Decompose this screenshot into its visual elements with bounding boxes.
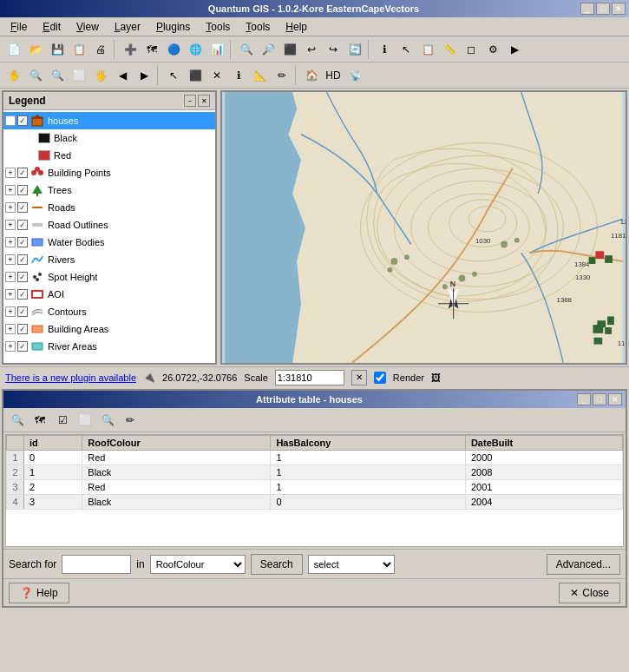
legend-layer-buildingpoints[interactable]: + Building Points <box>3 164 215 181</box>
help-button[interactable]: ❓ Help <box>9 583 69 603</box>
attr-search-button[interactable]: 🔍 <box>97 410 118 431</box>
annotations-button[interactable]: ✏ <box>272 65 292 86</box>
identify-button[interactable]: ℹ <box>374 39 395 60</box>
col-datebuilt[interactable]: DateBuilt <box>465 436 622 451</box>
table-row[interactable]: 2 1 Black 1 2008 <box>7 465 623 480</box>
zoom-in-button[interactable]: 🔍 <box>25 65 46 86</box>
pan-map-button[interactable]: 🖐 <box>90 65 111 86</box>
checkbox-rivers[interactable] <box>17 254 28 265</box>
column-select[interactable]: RoofColour HasBalcony DateBuilt id <box>150 555 246 574</box>
legend-layer-roadoutlines[interactable]: + Road Outlines <box>3 216 215 234</box>
measure-button[interactable]: 📏 <box>439 39 460 60</box>
identify2-button[interactable]: ℹ <box>228 65 249 86</box>
gps-button[interactable]: 📡 <box>344 65 365 86</box>
checkbox-aoi[interactable] <box>17 289 28 300</box>
add-postgis-button[interactable]: 🔵 <box>163 39 184 60</box>
attr-minimize-button[interactable]: _ <box>577 393 591 405</box>
expand-contours[interactable]: + <box>5 306 16 317</box>
add-wms-button[interactable]: 🌐 <box>185 39 206 60</box>
maximize-button[interactable]: □ <box>596 3 610 15</box>
attr-table-container[interactable]: id RoofColour HasBalcony DateBuilt 1 0 R… <box>5 434 624 547</box>
open-button[interactable]: 📂 <box>25 39 46 60</box>
attr-deselect-button[interactable]: ⬜ <box>75 410 95 431</box>
attr-maximize-button[interactable]: □ <box>593 393 606 405</box>
checkbox-spotheight[interactable] <box>17 272 28 282</box>
add-csv-button[interactable]: 📊 <box>206 39 227 60</box>
menu-file[interactable]: File <box>3 18 34 36</box>
close-button[interactable]: ✕ <box>612 3 626 15</box>
expand-rivers[interactable]: + <box>5 254 16 265</box>
checkbox-contours[interactable] <box>17 306 28 317</box>
result-select[interactable]: select <box>308 555 395 574</box>
checkbox-riverareas[interactable] <box>17 341 28 352</box>
checkbox-trees[interactable] <box>17 185 28 195</box>
select-rect-button[interactable]: ⬛ <box>185 65 206 86</box>
pan-button[interactable]: ✋ <box>3 65 24 86</box>
menu-plugins[interactable]: Plugins <box>149 18 197 36</box>
checkbox-roadoutlines[interactable] <box>17 220 28 230</box>
deselect-button[interactable]: ✕ <box>206 65 227 86</box>
legend-layer-buildingareas[interactable]: + Building Areas <box>3 320 215 338</box>
zoom-rect-button[interactable]: ⬜ <box>69 65 89 86</box>
zoom-fwd-button[interactable]: ▶ <box>134 65 154 86</box>
legend-collapse-button[interactable]: − <box>184 95 196 107</box>
attr-pan-button[interactable]: 🗺 <box>29 410 50 431</box>
expand-houses[interactable]: − <box>5 115 16 126</box>
expand-spotheight[interactable]: + <box>5 272 16 282</box>
checkbox-waterbodies[interactable] <box>17 237 28 247</box>
checkbox-buildingpoints[interactable] <box>17 168 28 178</box>
attr-edit-button[interactable]: ✏ <box>120 410 141 431</box>
expand-buildingareas[interactable]: + <box>5 324 16 334</box>
scale-input[interactable] <box>275 370 344 385</box>
col-id[interactable]: id <box>24 436 82 451</box>
checkbox-houses[interactable] <box>17 115 28 126</box>
plugin-link[interactable]: There is a new plugin available <box>5 372 136 383</box>
zoom-all-button[interactable]: 🔍 <box>236 39 257 60</box>
home-button[interactable]: 🏠 <box>301 65 322 86</box>
menu-help[interactable]: Help <box>278 18 314 36</box>
table-row[interactable]: 3 2 Red 1 2001 <box>7 480 623 495</box>
expand-riverareas[interactable]: + <box>5 341 16 352</box>
attr-select-all-button[interactable]: ☑ <box>52 410 73 431</box>
more-button[interactable]: ▶ <box>504 39 525 60</box>
zoom-selected-button[interactable]: ⬛ <box>279 39 300 60</box>
checkbox-buildingareas[interactable] <box>17 324 28 334</box>
table-row[interactable]: 4 3 Black 0 2004 <box>7 495 623 510</box>
hd-button[interactable]: HD <box>323 65 344 86</box>
save-button[interactable]: 💾 <box>47 39 68 60</box>
attr-close-button[interactable]: ✕ <box>608 393 622 405</box>
menu-layer[interactable]: Layer <box>108 18 147 36</box>
new-button[interactable]: 📄 <box>3 39 24 60</box>
add-raster-button[interactable]: 🗺 <box>141 39 162 60</box>
print-button[interactable]: 🖨 <box>90 39 111 60</box>
search-input[interactable] <box>62 555 131 574</box>
menu-tools1[interactable]: Tools <box>199 18 237 36</box>
menu-edit[interactable]: Edit <box>36 18 68 36</box>
plugins-button[interactable]: ⚙ <box>482 39 503 60</box>
zoom-out-button[interactable]: 🔍 <box>47 65 68 86</box>
menu-tools2[interactable]: Tools <box>239 18 277 36</box>
expand-trees[interactable]: + <box>5 185 16 195</box>
search-button[interactable]: Search <box>251 554 303 575</box>
expand-buildingpoints[interactable]: + <box>5 168 16 178</box>
zoom-layer-button[interactable]: 🔎 <box>258 39 278 60</box>
expand-roadoutlines[interactable]: + <box>5 220 16 230</box>
zoom-last-button[interactable]: ↩ <box>301 39 322 60</box>
col-roofcolour[interactable]: RoofColour <box>82 436 271 451</box>
render-checkbox[interactable] <box>374 372 386 384</box>
legend-layer-houses[interactable]: − houses <box>3 112 215 129</box>
minimize-button[interactable]: _ <box>580 3 594 15</box>
pointer-button[interactable]: ↖ <box>163 65 184 86</box>
legend-layer-contours[interactable]: + Contours <box>3 303 215 320</box>
measure-area-button[interactable]: ◻ <box>461 39 482 60</box>
expand-roads[interactable]: + <box>5 202 16 213</box>
map-area[interactable]: 1212 1181 1247 1205 1030 1384 1330 1388 … <box>220 90 627 365</box>
col-hasbalcony[interactable]: HasBalcony <box>271 436 466 451</box>
measure2-button[interactable]: 📐 <box>250 65 271 86</box>
add-vector-button[interactable]: ➕ <box>120 39 141 60</box>
attr-close-button2[interactable]: ✕ Close <box>559 583 620 603</box>
save-as-button[interactable]: 📋 <box>69 39 89 60</box>
expand-aoi[interactable]: + <box>5 289 16 300</box>
legend-layer-trees[interactable]: + Trees <box>3 181 215 199</box>
legend-layer-roads[interactable]: + Roads <box>3 199 215 216</box>
